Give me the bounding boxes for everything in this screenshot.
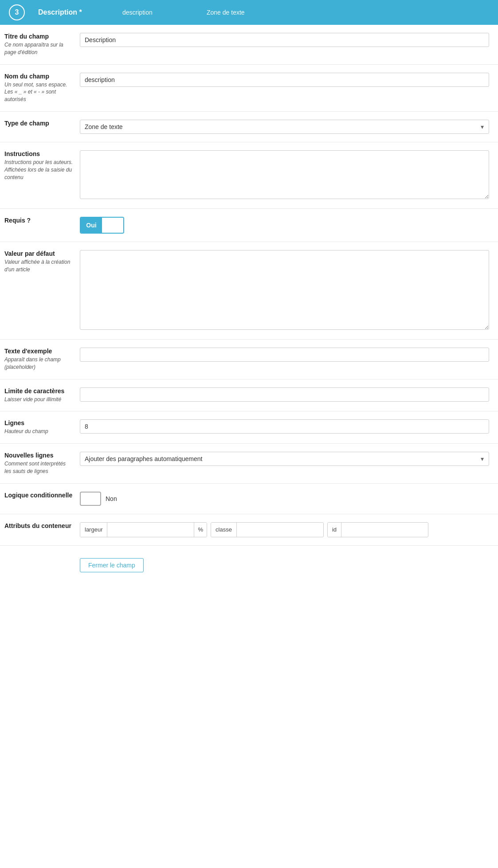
attrs-row-container: largeur % classe id: [80, 522, 489, 537]
lignes-label-col: Lignes Hauteur du champ: [4, 419, 80, 435]
texte-exemple-title: Texte d'exemple: [4, 348, 73, 355]
logic-toggle-label: Non: [106, 495, 117, 502]
attr-id-label: id: [328, 523, 341, 537]
nom-du-champ-row: Nom du champ Un seul mot, sans espace. L…: [0, 65, 498, 112]
nom-du-champ-desc: Un seul mot, sans espace. Les « _ » et «…: [4, 81, 73, 103]
logique-conditionnelle-title: Logique conditionnelle: [4, 492, 73, 499]
valeur-par-defaut-control: [80, 250, 489, 331]
titre-du-champ-desc: Ce nom apparaîtra sur la page d'édition: [4, 41, 73, 56]
instructions-row: Instructions Instructions pour les auteu…: [0, 142, 498, 209]
nouvelles-lignes-control: Ajouter des paragraphes automatiquement …: [80, 452, 489, 466]
instructions-desc: Instructions pour les auteurs. Affichées…: [4, 159, 73, 181]
logique-conditionnelle-row: Logique conditionnelle Non: [0, 484, 498, 514]
type-de-champ-title: Type de champ: [4, 120, 73, 127]
nouvelles-lignes-select-wrapper: Ajouter des paragraphes automatiquement …: [80, 452, 489, 466]
limite-caracteres-control: [80, 387, 489, 402]
valeur-par-defaut-row: Valeur par défaut Valeur affichée à la c…: [0, 242, 498, 340]
attr-pct-label: %: [194, 523, 207, 537]
requis-label-col: Requis ?: [4, 217, 80, 225]
nouvelles-lignes-label-col: Nouvelles lignes Comment sont interprété…: [4, 452, 80, 475]
requis-non-side[interactable]: [102, 218, 123, 233]
valeur-par-defaut-label-col: Valeur par défaut Valeur affichée à la c…: [4, 250, 80, 274]
attr-largeur-input[interactable]: [107, 523, 194, 537]
header-field-type: Zone de texte: [207, 9, 245, 16]
type-de-champ-control: Zone de texte Texte court Nombre Date Li…: [80, 120, 489, 134]
attr-id-group: id: [327, 522, 428, 537]
logic-toggle-container: Non: [80, 492, 489, 506]
requis-row: Requis ? Oui: [0, 209, 498, 242]
attr-id-input[interactable]: [341, 523, 428, 537]
attr-largeur-group: largeur %: [80, 522, 207, 537]
lignes-control: [80, 419, 489, 434]
attributs-conteneur-label-col: Attributs du conteneur: [4, 522, 80, 531]
close-row-control: Fermer le champ: [80, 554, 489, 572]
titre-du-champ-label-col: Titre du champ Ce nom apparaîtra sur la …: [4, 33, 80, 56]
titre-du-champ-control: [80, 33, 489, 47]
titre-du-champ-title: Titre du champ: [4, 33, 73, 40]
texte-exemple-input[interactable]: [80, 348, 489, 362]
limite-caracteres-input[interactable]: [80, 387, 489, 402]
texte-exemple-label-col: Texte d'exemple Apparaît dans le champ (…: [4, 348, 80, 371]
valeur-par-defaut-textarea[interactable]: [80, 250, 489, 330]
lignes-row: Lignes Hauteur du champ: [0, 411, 498, 444]
header-field-title: Description *: [38, 8, 109, 16]
logique-conditionnelle-control: Non: [80, 492, 489, 506]
form-header: 3 Description * description Zone de text…: [0, 0, 498, 25]
attr-classe-label: classe: [211, 523, 237, 537]
titre-du-champ-row: Titre du champ Ce nom apparaîtra sur la …: [0, 25, 498, 65]
nom-du-champ-control: [80, 73, 489, 87]
requis-oui[interactable]: Oui: [81, 218, 102, 233]
requis-title: Requis ?: [4, 217, 73, 224]
instructions-textarea[interactable]: [80, 150, 489, 199]
attributs-conteneur-control: largeur % classe id: [80, 522, 489, 537]
attr-classe-input[interactable]: [237, 523, 323, 537]
form-content: Titre du champ Ce nom apparaîtra sur la …: [0, 25, 498, 586]
attr-largeur-label: largeur: [80, 523, 107, 537]
instructions-title: Instructions: [4, 150, 73, 157]
limite-caracteres-row: Limite de caractères Laisser vide pour i…: [0, 379, 498, 412]
nom-du-champ-input[interactable]: [80, 73, 489, 87]
valeur-par-defaut-title: Valeur par défaut: [4, 250, 73, 257]
requis-toggle[interactable]: Oui: [80, 217, 124, 234]
attributs-conteneur-title: Attributs du conteneur: [4, 522, 73, 529]
logic-toggle-box[interactable]: [80, 492, 101, 506]
close-button[interactable]: Fermer le champ: [80, 558, 144, 572]
nouvelles-lignes-title: Nouvelles lignes: [4, 452, 73, 459]
nouvelles-lignes-row: Nouvelles lignes Comment sont interprété…: [0, 444, 498, 484]
texte-exemple-control: [80, 348, 489, 362]
logique-conditionnelle-label-col: Logique conditionnelle: [4, 492, 80, 500]
limite-caracteres-desc: Laisser vide pour illimité: [4, 396, 73, 403]
nouvelles-lignes-desc: Comment sont interprétés les sauts de li…: [4, 460, 73, 475]
type-de-champ-select-wrapper: Zone de texte Texte court Nombre Date Li…: [80, 120, 489, 134]
lignes-input[interactable]: [80, 419, 489, 434]
attributs-conteneur-row: Attributs du conteneur largeur % classe …: [0, 514, 498, 546]
texte-exemple-desc: Apparaît dans le champ (placeholder): [4, 356, 73, 371]
valeur-par-defaut-desc: Valeur affichée à la création d'un artic…: [4, 258, 73, 274]
limite-caracteres-label-col: Limite de caractères Laisser vide pour i…: [4, 387, 80, 403]
lignes-desc: Hauteur du champ: [4, 428, 73, 435]
requis-control: Oui: [80, 217, 489, 234]
texte-exemple-row: Texte d'exemple Apparaît dans le champ (…: [0, 340, 498, 379]
lignes-title: Lignes: [4, 419, 73, 426]
nouvelles-lignes-select[interactable]: Ajouter des paragraphes automatiquement …: [80, 452, 489, 466]
nom-du-champ-label-col: Nom du champ Un seul mot, sans espace. L…: [4, 73, 80, 103]
close-row: Fermer le champ: [0, 546, 498, 586]
nom-du-champ-title: Nom du champ: [4, 73, 73, 80]
attr-classe-group: classe: [211, 522, 324, 537]
type-de-champ-select[interactable]: Zone de texte Texte court Nombre Date Li…: [80, 120, 489, 134]
type-de-champ-label-col: Type de champ: [4, 120, 80, 128]
type-de-champ-row: Type de champ Zone de texte Texte court …: [0, 112, 498, 142]
titre-du-champ-input[interactable]: [80, 33, 489, 47]
instructions-control: [80, 150, 489, 200]
header-field-name: description: [122, 9, 193, 16]
instructions-label-col: Instructions Instructions pour les auteu…: [4, 150, 80, 181]
step-badge: 3: [9, 4, 25, 20]
limite-caracteres-title: Limite de caractères: [4, 387, 73, 395]
